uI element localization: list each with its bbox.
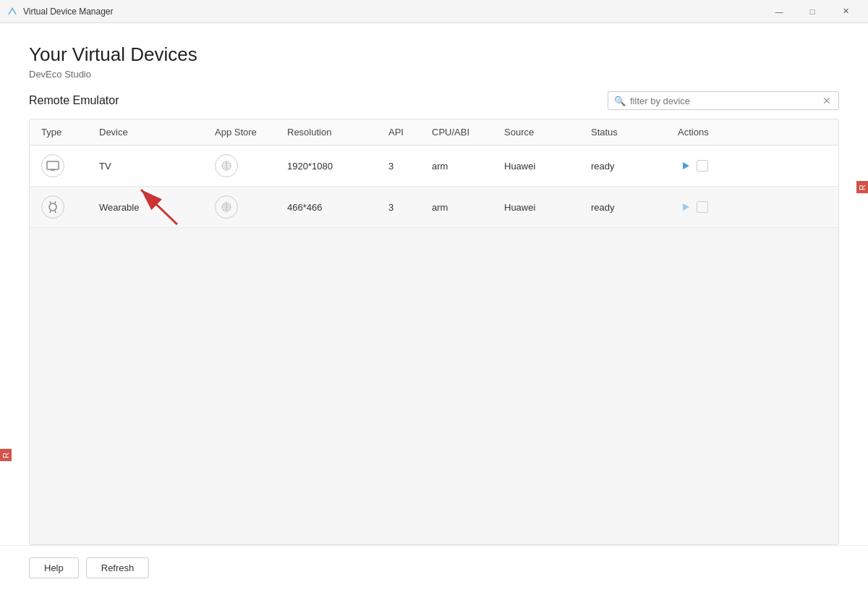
appstore-icon-wearable bbox=[215, 195, 238, 219]
cell-cpuabi-tv: arm bbox=[426, 152, 498, 180]
svg-rect-2 bbox=[47, 161, 59, 169]
page-title: Your Virtual Devices bbox=[29, 43, 839, 66]
main-window: Your Virtual Devices DevEco Studio Remot… bbox=[0, 23, 868, 590]
page-subtitle: DevEco Studio bbox=[29, 69, 839, 80]
title-bar: Virtual Device Manager — □ ✕ bbox=[0, 0, 868, 23]
header: Your Virtual Devices DevEco Studio bbox=[0, 23, 868, 91]
title-bar-title: Virtual Device Manager bbox=[23, 7, 762, 17]
left-edge-label: R bbox=[0, 449, 12, 461]
stop-checkbox-tv[interactable] bbox=[697, 160, 708, 172]
app-icon bbox=[6, 5, 19, 18]
cell-source-tv: Huawei bbox=[498, 152, 585, 180]
stop-checkbox-wearable[interactable] bbox=[697, 201, 708, 213]
content-area: Remote Emulator 🔍 ✕ Type Device App Stor… bbox=[0, 91, 868, 545]
cell-resolution-wearable: 466*466 bbox=[281, 193, 383, 222]
cell-resolution-tv: 1920*1080 bbox=[281, 152, 383, 180]
cell-status-wearable: ready bbox=[585, 193, 672, 222]
footer: Help Refresh bbox=[0, 545, 868, 590]
cell-actions-tv bbox=[672, 149, 744, 182]
cell-cpuabi-wearable: arm bbox=[426, 193, 498, 222]
col-resolution: Resolution bbox=[281, 119, 383, 145]
search-box[interactable]: 🔍 ✕ bbox=[608, 91, 839, 110]
help-button[interactable]: Help bbox=[29, 557, 79, 578]
col-type: Type bbox=[35, 119, 93, 145]
appstore-icon-tv bbox=[215, 154, 238, 177]
col-source: Source bbox=[498, 119, 585, 145]
search-icon: 🔍 bbox=[614, 96, 626, 106]
tv-type-icon bbox=[41, 154, 64, 177]
section-title: Remote Emulator bbox=[29, 94, 119, 107]
table-row: Wearable 466*466 bbox=[30, 187, 838, 228]
section-header: Remote Emulator 🔍 ✕ bbox=[29, 91, 839, 110]
wearable-type-icon bbox=[41, 195, 64, 219]
cell-appstore-wearable bbox=[209, 187, 281, 227]
right-edge-label: R bbox=[856, 181, 868, 193]
svg-line-15 bbox=[55, 211, 56, 213]
table-header: Type Device App Store Resolution API CPU… bbox=[30, 119, 838, 146]
cell-api-wearable: 3 bbox=[383, 193, 426, 222]
cell-device-tv: TV bbox=[93, 152, 209, 180]
svg-marker-10 bbox=[683, 162, 689, 169]
cell-source-wearable: Huawei bbox=[498, 193, 585, 222]
close-button[interactable]: ✕ bbox=[829, 0, 862, 23]
refresh-button[interactable]: Refresh bbox=[86, 557, 150, 578]
col-appstore: App Store bbox=[209, 119, 281, 145]
col-actions: Actions bbox=[672, 119, 744, 145]
play-button-tv[interactable] bbox=[678, 158, 694, 174]
svg-line-13 bbox=[55, 201, 56, 203]
svg-rect-11 bbox=[49, 203, 56, 211]
col-status: Status bbox=[585, 119, 672, 145]
cell-type-wearable bbox=[35, 187, 93, 227]
title-bar-controls: — □ ✕ bbox=[762, 0, 862, 23]
col-api: API bbox=[383, 119, 426, 145]
cell-actions-wearable bbox=[672, 190, 744, 224]
svg-line-14 bbox=[50, 211, 51, 213]
svg-line-12 bbox=[50, 201, 51, 203]
cell-device-wearable: Wearable bbox=[93, 193, 209, 222]
col-cpuabi: CPU/ABI bbox=[426, 119, 498, 145]
minimize-button[interactable]: — bbox=[762, 0, 796, 23]
cell-appstore-tv bbox=[209, 146, 281, 186]
cell-status-tv: ready bbox=[585, 152, 672, 180]
device-table: Type Device App Store Resolution API CPU… bbox=[29, 119, 839, 545]
play-button-wearable[interactable] bbox=[678, 199, 694, 215]
cell-api-tv: 3 bbox=[383, 152, 426, 180]
maximize-button[interactable]: □ bbox=[796, 0, 829, 23]
svg-marker-21 bbox=[683, 203, 689, 211]
search-input[interactable] bbox=[630, 96, 821, 106]
table-row: TV 1920*1080 3 bbox=[30, 146, 838, 187]
search-clear-icon[interactable]: ✕ bbox=[821, 95, 833, 106]
cell-type-tv bbox=[35, 146, 93, 186]
table-body: TV 1920*1080 3 bbox=[30, 146, 838, 544]
col-device: Device bbox=[93, 119, 209, 145]
